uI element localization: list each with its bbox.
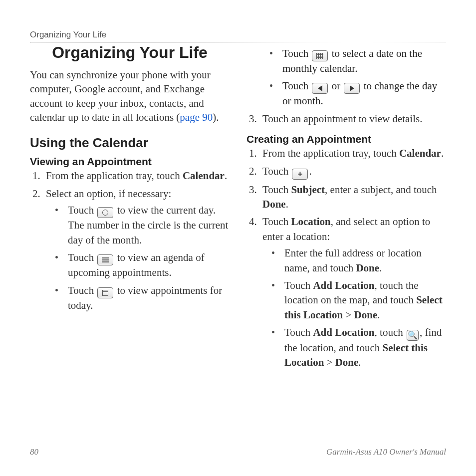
text: Touch — [282, 80, 311, 92]
list-item: Enter the full address or location name,… — [271, 246, 446, 275]
text: , touch — [375, 326, 406, 338]
text: From the application tray, touch — [262, 147, 399, 159]
list-item: Touch +. — [259, 164, 446, 180]
list-item: Touch Add Location, touch 🔍, find the lo… — [271, 325, 446, 370]
text: Enter the full address or location name,… — [284, 247, 422, 273]
current-day-icon — [97, 207, 113, 218]
bold: Done — [354, 309, 378, 321]
text: Touch — [282, 47, 311, 59]
list-item: Select an option, if necessary: Touch to… — [43, 187, 230, 313]
list-item: Touch an appointment to view details. — [259, 112, 446, 126]
text: . — [225, 170, 227, 182]
intro-paragraph: You can synchronize your phone with your… — [30, 68, 230, 124]
list-item: Touch to select a date on the monthly ca… — [269, 46, 446, 76]
bold: Done — [335, 356, 359, 368]
text: . — [309, 165, 311, 177]
text: , enter a subject, and touch — [325, 184, 437, 196]
text: > — [343, 309, 354, 321]
list-item: Touch or to change the day or month. — [269, 79, 446, 108]
page-footer: 80 Garmin-Asus A10 Owner's Manual — [30, 447, 446, 457]
option-sublist: Touch to view the current day. The numbe… — [46, 203, 230, 313]
bold: Add Location — [313, 326, 374, 338]
header-rule — [30, 42, 446, 42]
today-icon — [97, 287, 113, 298]
text: Touch an appointment to view details. — [262, 113, 422, 125]
text: Touch — [284, 279, 313, 291]
right-column: Touch to select a date on the monthly ca… — [246, 43, 446, 373]
text: Touch — [68, 284, 96, 296]
text: . — [358, 356, 361, 368]
heading-creating-appointment: Creating an Appointment — [246, 133, 446, 145]
option-sublist-continued: Touch to select a date on the monthly ca… — [246, 46, 446, 109]
list-item: Touch to view an agenda of upcoming appo… — [55, 250, 230, 280]
list-item: From the application tray, touch Calenda… — [43, 169, 230, 183]
agenda-icon — [97, 254, 113, 265]
text: Touch — [262, 216, 291, 228]
bold: Calendar — [183, 170, 225, 182]
text: > — [324, 356, 335, 368]
bold: Done — [262, 198, 286, 210]
month-grid-icon — [312, 50, 328, 61]
list-item: Touch to view appointments for today. — [55, 283, 230, 313]
text: From the application tray, touch — [46, 170, 183, 182]
text: . — [379, 262, 382, 274]
list-item: From the application tray, touch Calenda… — [259, 146, 446, 161]
manual-title: Garmin-Asus A10 Owner's Manual — [326, 447, 446, 457]
two-column-layout: Organizing Your Life You can synchronize… — [30, 43, 446, 373]
viewing-steps-list: From the application tray, touch Calenda… — [30, 169, 230, 313]
text: . — [377, 309, 380, 321]
list-item: Touch Add Location, touch the location o… — [271, 278, 446, 322]
left-column: Organizing Your Life You can synchronize… — [30, 43, 230, 373]
list-item: Touch Location, and select an option to … — [259, 215, 446, 370]
bold: Done — [356, 262, 379, 274]
viewing-steps-continued: Touch an appointment to view details. — [246, 112, 446, 126]
next-arrow-icon — [344, 83, 360, 94]
bold: Calendar — [399, 147, 441, 159]
text: Touch — [262, 184, 291, 196]
creating-steps-list: From the application tray, touch Calenda… — [246, 146, 446, 370]
running-head: Organizing Your Life — [30, 30, 446, 40]
search-icon: 🔍 — [407, 330, 419, 341]
text: Touch — [262, 165, 291, 177]
location-sublist: Enter the full address or location name,… — [262, 246, 446, 370]
page-title: Organizing Your Life — [30, 43, 230, 62]
page-number: 80 — [30, 447, 38, 457]
text: Touch — [284, 326, 313, 338]
list-item: Touch to view the current day. The numbe… — [55, 203, 230, 247]
bold: Add Location — [313, 279, 374, 291]
text: Touch — [68, 251, 96, 263]
intro-text-after: ). — [213, 111, 219, 123]
bold: Location — [291, 216, 330, 228]
text: Touch — [68, 204, 96, 216]
text: Select an option, if necessary: — [46, 188, 171, 200]
bold: Subject — [291, 184, 325, 196]
text: . — [286, 198, 288, 210]
page-link[interactable]: page 90 — [180, 111, 213, 123]
previous-arrow-icon — [312, 83, 328, 94]
list-item: Touch Subject, enter a subject, and touc… — [259, 183, 446, 212]
heading-using-calendar: Using the Calendar — [30, 135, 230, 151]
heading-viewing-appointment: Viewing an Appointment — [30, 156, 230, 168]
text: . — [441, 147, 444, 159]
add-icon: + — [292, 169, 308, 180]
text: or — [329, 80, 343, 92]
